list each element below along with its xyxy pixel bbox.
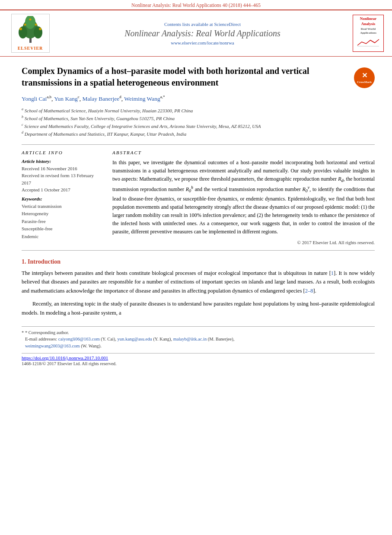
history-label: Article history: <box>22 159 104 164</box>
accepted-date: Accepted 1 October 2017 <box>22 186 104 194</box>
abstract-column: ABSTRACT In this paper, we investigate t… <box>112 150 375 245</box>
received-date: Received 16 November 2016 <box>22 165 104 172</box>
svg-point-6 <box>39 28 41 30</box>
emails-label: E-mail addresses: <box>25 337 57 341</box>
email-footnote: E-mail addresses: caiyongli06@163.com (Y… <box>22 336 375 350</box>
article-info-abstract-section: ARTICLE INFO Article history: Received 1… <box>22 150 375 245</box>
revised-date: Received in revised form 13 February 201… <box>22 172 104 186</box>
crossmark-badge[interactable]: ✕ CrossMark <box>354 67 375 88</box>
svg-point-8 <box>35 24 37 26</box>
email-kang[interactable]: yun.kang@asu.edu <box>118 337 152 341</box>
elsevier-logo-box: ELSEVIER <box>11 14 50 53</box>
math-R0v: R0v <box>302 186 309 192</box>
keyword-1: Vertical transmission <box>22 203 104 210</box>
contents-label: Contents lists available at <box>164 22 214 27</box>
doi-link[interactable]: https://doi.org/10.1016/j.nonrwa.2017.10… <box>22 355 375 360</box>
author-weiming-wang: Weiming Wang <box>124 96 160 102</box>
badge-title-analysis: Analysis <box>355 22 381 27</box>
abstract-text: In this paper, we investigate the dynami… <box>112 159 375 236</box>
top-journal-reference: Nonlinear Analysis: Real World Applicati… <box>0 0 392 10</box>
author-wang-sup: a,* <box>160 95 165 99</box>
ref-2-8-link[interactable]: 2–8 <box>305 288 313 294</box>
journal-url[interactable]: www.elsevier.com/locate/nonrwa <box>56 40 349 45</box>
journal-badge: Nonlinear Analysis Real WorldApplication… <box>353 15 384 52</box>
author-yongli-cai: Yongli Cai <box>22 96 47 102</box>
affiliation-d: d Department of Mathematics and Statisti… <box>22 130 375 138</box>
journal-title: Nonlinear Analysis: Real World Applicati… <box>56 29 349 38</box>
section1-para2: Recently, an interesting topic in the st… <box>22 299 375 317</box>
badge-subtitle: Real WorldApplications <box>355 27 381 35</box>
paper-title-text: Complex Dynamics of a host–parasite mode… <box>22 66 309 87</box>
elsevier-brand-text: ELSEVIER <box>14 46 47 51</box>
crossmark-label: ✕ CrossMark <box>357 71 372 84</box>
keywords-list: Vertical transmission Heterogeneity Para… <box>22 203 104 241</box>
keyword-2: Heterogeneity <box>22 210 104 218</box>
sciencedirect-line: Contents lists available at ScienceDirec… <box>56 22 349 27</box>
math-Rd: Rd <box>338 176 343 182</box>
author-banerjee-sup: d <box>119 95 121 99</box>
affiliation-c: c Science and Mathematics Faculty, Colle… <box>22 122 375 130</box>
svg-point-9 <box>29 19 31 21</box>
corresponding-author-note: * * Corresponding author. <box>22 329 375 336</box>
badge-title-nonlinear: Nonlinear <box>355 16 381 22</box>
author-kang-sup: c <box>78 95 80 99</box>
affiliation-a: a School of Mathematical Science, Huaiyi… <box>22 107 375 115</box>
email-cai[interactable]: caiyongli06@163.com <box>58 337 100 341</box>
journal-ref-text: Nonlinear Analysis: Real World Applicati… <box>131 3 261 8</box>
crossmark-icon: ✕ <box>357 71 372 80</box>
article-info-header: ARTICLE INFO <box>22 150 104 155</box>
svg-point-7 <box>24 24 26 26</box>
paper-content: Complex Dynamics of a host–parasite mode… <box>0 57 392 375</box>
author-malay-banerjee: Malay Banerjee <box>82 96 119 102</box>
copyright-text: © 2017 Elsevier Ltd. All rights reserved… <box>112 240 375 245</box>
separator-after-abstract <box>22 250 375 251</box>
journal-header: ELSEVIER Contents lists available at Sci… <box>0 10 392 57</box>
elsevier-tree-icon <box>14 16 47 44</box>
svg-point-5 <box>19 28 22 30</box>
footnote-section: * * Corresponding author. E-mail address… <box>22 326 375 350</box>
separator-after-affiliations <box>22 144 375 145</box>
article-info-column: ARTICLE INFO Article history: Received 1… <box>22 150 104 245</box>
abstract-header: ABSTRACT <box>112 150 375 155</box>
journal-center-info: Contents lists available at ScienceDirec… <box>56 22 349 45</box>
journal-badge-area: Nonlinear Analysis Real WorldApplication… <box>349 15 388 52</box>
math-R0h: R0h <box>186 186 193 192</box>
sciencedirect-link[interactable]: ScienceDirect <box>214 22 241 27</box>
affiliation-b: b School of Mathematics, Sun Yat-Sen Uni… <box>22 115 375 122</box>
authors-line: Yongli Caia,b, Yun Kangc, Malay Banerjee… <box>22 95 375 102</box>
section1-heading: 1. Introduction <box>22 258 375 265</box>
keyword-4: Susceptible-free <box>22 225 104 233</box>
elsevier-logo-area: ELSEVIER <box>4 14 56 53</box>
ref-1-link[interactable]: 1 <box>331 270 334 276</box>
author-yun-kang: Yun Kang <box>54 96 77 102</box>
badge-graph-icon <box>355 37 381 49</box>
section1-para1: The interplays between parasites and the… <box>22 269 375 296</box>
issn-text: 1468-1218/© 2017 Elsevier Ltd. All right… <box>22 361 375 366</box>
keyword-5: Endemic <box>22 233 104 241</box>
crossmark-text: CrossMark <box>357 80 372 84</box>
email-banerjee[interactable]: malayb@iitk.ac.in <box>173 337 207 341</box>
email-wang[interactable]: weimingwang2003@163.com <box>25 344 80 348</box>
author-cai-sup: a,b <box>47 95 51 99</box>
keyword-3: Parasite-free <box>22 218 104 226</box>
affiliations-block: a School of Mathematical Science, Huaiyi… <box>22 107 375 138</box>
doi-section: https://doi.org/10.1016/j.nonrwa.2017.10… <box>22 353 375 366</box>
paper-title: Complex Dynamics of a host–parasite mode… <box>22 65 375 89</box>
doi-url[interactable]: https://doi.org/10.1016/j.nonrwa.2017.10… <box>22 355 108 360</box>
keywords-label: Keywords: <box>22 196 104 201</box>
